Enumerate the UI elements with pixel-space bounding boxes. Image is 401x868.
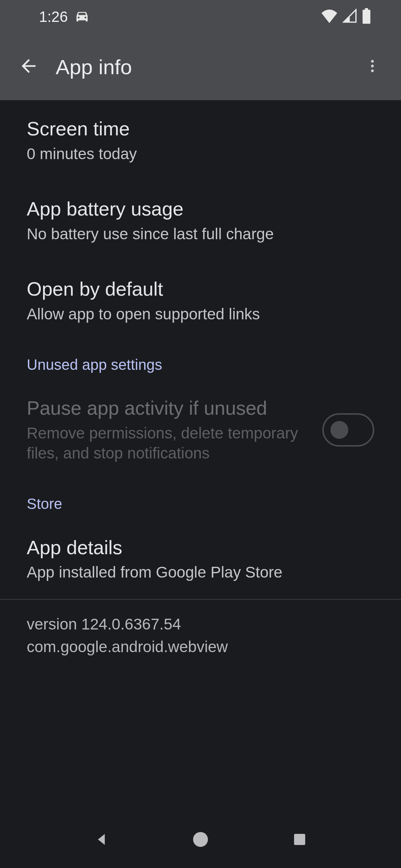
back-button[interactable]: [12, 50, 45, 83]
pause-activity-title: Pause app activity if unused: [27, 396, 304, 420]
svg-rect-4: [294, 834, 305, 845]
screen-time-item[interactable]: Screen time 0 minutes today: [0, 100, 401, 180]
status-time: 1:26: [39, 9, 68, 25]
switch-thumb: [330, 421, 348, 439]
open-by-default-title: Open by default: [27, 277, 374, 302]
battery-icon: [362, 8, 371, 25]
navigation-bar: [0, 812, 401, 868]
more-vert-icon: [364, 58, 381, 76]
car-icon: [75, 9, 89, 25]
version-text: version 124.0.6367.54: [27, 613, 374, 636]
nav-home-button[interactable]: [186, 825, 215, 855]
svg-point-1: [371, 65, 374, 67]
nav-back-icon: [93, 831, 110, 849]
pause-activity-text: Pause app activity if unused Remove perm…: [27, 396, 315, 464]
svg-point-2: [371, 69, 374, 72]
svg-point-3: [193, 832, 208, 847]
battery-usage-item[interactable]: App battery usage No battery use since l…: [0, 180, 401, 260]
page-title: App info: [45, 55, 356, 79]
open-by-default-sub: Allow app to open supported links: [27, 304, 374, 325]
nav-back-button[interactable]: [87, 825, 116, 855]
app-details-sub: App installed from Google Play Store: [27, 562, 374, 583]
screen-time-sub: 0 minutes today: [27, 144, 374, 164]
arrow-back-icon: [18, 56, 39, 78]
battery-usage-sub: No battery use since last full charge: [27, 224, 374, 244]
app-details-title: App details: [27, 535, 374, 560]
nav-recent-icon: [292, 832, 307, 848]
status-right: [321, 8, 382, 25]
pause-activity-switch[interactable]: [322, 413, 374, 447]
cell-signal-icon: [342, 9, 357, 25]
battery-usage-title: App battery usage: [27, 197, 374, 222]
wifi-icon: [321, 9, 338, 25]
screen-time-title: Screen time: [27, 116, 374, 142]
open-by-default-item[interactable]: Open by default Allow app to open suppor…: [0, 260, 401, 341]
nav-home-icon: [192, 831, 209, 850]
app-bar: App info: [0, 33, 401, 100]
status-left: 1:26: [39, 9, 89, 25]
package-text: com.google.android.webview: [27, 636, 374, 658]
content: Screen time 0 minutes today App battery …: [0, 100, 401, 672]
pause-activity-item: Pause app activity if unused Remove perm…: [0, 380, 401, 480]
pause-activity-sub: Remove permissions, delete temporary fil…: [27, 423, 304, 464]
section-unused-apps: Unused app settings: [0, 341, 401, 380]
app-details-item[interactable]: App details App installed from Google Pl…: [0, 519, 401, 599]
nav-recent-button[interactable]: [285, 825, 314, 855]
status-bar: 1:26: [0, 0, 401, 33]
svg-point-0: [371, 60, 374, 63]
footer-info: version 124.0.6367.54 com.google.android…: [0, 600, 401, 672]
section-store: Store: [0, 480, 401, 519]
more-options-button[interactable]: [356, 50, 389, 83]
